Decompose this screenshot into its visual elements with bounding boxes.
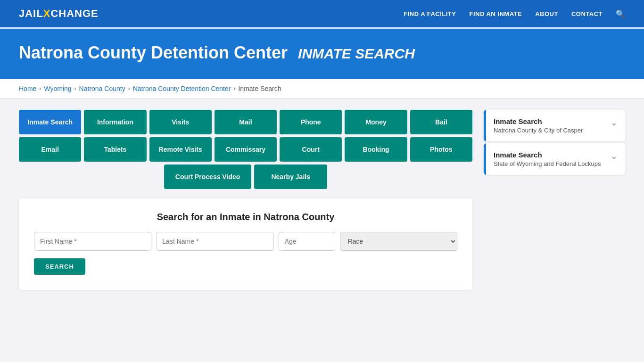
right-sidebar: Inmate Search Natrona County & City of C… (484, 110, 625, 177)
chevron-down-icon-2: ⌄ (611, 151, 618, 161)
tabs-row-3: Court Process Video Nearby Jails (19, 165, 472, 189)
sidebar-card-1-subtitle: Natrona County & City of Casper (494, 127, 583, 134)
tab-court-process-video[interactable]: Court Process Video (164, 165, 251, 189)
tab-money[interactable]: Money (345, 110, 407, 134)
tab-booking[interactable]: Booking (345, 137, 407, 162)
tabs-row-1: Inmate Search Information Visits Mail Ph… (19, 110, 472, 134)
tab-mail[interactable]: Mail (215, 110, 277, 134)
tab-email[interactable]: Email (19, 137, 81, 162)
search-button[interactable]: SEARCH (34, 258, 85, 275)
logo-jail: JAIL (19, 8, 43, 20)
main-content: Inmate Search Information Visits Mail Ph… (0, 99, 644, 301)
breadcrumb-sep-4: › (233, 85, 235, 92)
tab-photos[interactable]: Photos (410, 137, 472, 162)
tab-information[interactable]: Information (84, 110, 146, 134)
sidebar-card-1-header[interactable]: Inmate Search Natrona County & City of C… (484, 110, 625, 141)
last-name-input[interactable] (156, 232, 273, 251)
breadcrumb-current: Inmate Search (238, 85, 281, 92)
search-icon[interactable]: 🔍 (616, 9, 625, 18)
sidebar-card-2-subtitle: State of Wyoming and Federal Lockups (494, 160, 601, 167)
header: JAILXCHANGE FIND A FACILITY FIND AN INMA… (0, 0, 644, 27)
facility-name: Natrona County Detention Center (19, 43, 288, 62)
race-select[interactable]: Race White Black Hispanic Asian Other (340, 232, 457, 251)
left-column: Inmate Search Information Visits Mail Ph… (19, 110, 472, 290)
search-title: Search for an Inmate in Natrona County (34, 212, 457, 222)
breadcrumb-bar: Home › Wyoming › Natrona County › Natron… (0, 79, 644, 99)
chevron-down-icon-1: ⌄ (611, 117, 618, 128)
tabs-row-2: Email Tablets Remote Visits Commissary C… (19, 137, 472, 162)
nav-find-facility[interactable]: FIND A FACILITY (404, 10, 456, 17)
age-input[interactable] (279, 232, 335, 251)
breadcrumb-home[interactable]: Home (19, 85, 36, 92)
breadcrumb-sep-2: › (74, 85, 76, 92)
nav-contact[interactable]: CONTACT (571, 10, 603, 17)
logo-x: X (43, 8, 51, 20)
first-name-input[interactable] (34, 232, 151, 251)
breadcrumb-facility[interactable]: Natrona County Detention Center (133, 85, 231, 92)
breadcrumb-sep-3: › (128, 85, 130, 92)
logo[interactable]: JAILXCHANGE (19, 8, 99, 20)
logo-exchange: CHANGE (50, 8, 98, 20)
breadcrumb-wyoming[interactable]: Wyoming (44, 85, 71, 92)
search-fields: Race White Black Hispanic Asian Other (34, 232, 457, 251)
tab-visits[interactable]: Visits (149, 110, 212, 134)
search-card: Search for an Inmate in Natrona County R… (19, 198, 472, 290)
tab-inmate-search[interactable]: Inmate Search (19, 110, 81, 134)
tab-nearby-jails[interactable]: Nearby Jails (254, 165, 327, 189)
nav-about[interactable]: ABOUT (535, 10, 558, 17)
breadcrumb-sep-1: › (39, 85, 41, 92)
breadcrumb: Home › Wyoming › Natrona County › Natron… (19, 85, 625, 92)
hero-section: Natrona County Detention Center INMATE S… (0, 29, 644, 79)
tab-phone[interactable]: Phone (280, 110, 342, 134)
sidebar-card-1: Inmate Search Natrona County & City of C… (484, 110, 625, 141)
tab-commissary[interactable]: Commissary (215, 137, 277, 162)
sidebar-card-2: Inmate Search State of Wyoming and Feder… (484, 143, 625, 175)
page-subtitle: INMATE SEARCH (298, 46, 415, 61)
nav-find-inmate[interactable]: FIND AN INMATE (469, 10, 522, 17)
sidebar-card-2-title: Inmate Search (494, 151, 601, 159)
page-title: Natrona County Detention Center INMATE S… (19, 43, 625, 63)
tab-tablets[interactable]: Tablets (84, 137, 146, 162)
sidebar-card-1-title: Inmate Search (494, 117, 583, 125)
tab-court[interactable]: Court (280, 137, 342, 162)
sidebar-card-2-text: Inmate Search State of Wyoming and Feder… (494, 151, 601, 167)
sidebar-card-2-header[interactable]: Inmate Search State of Wyoming and Feder… (484, 143, 625, 175)
breadcrumb-county[interactable]: Natrona County (79, 85, 125, 92)
main-nav: FIND A FACILITY FIND AN INMATE ABOUT CON… (404, 9, 625, 18)
tab-remote-visits[interactable]: Remote Visits (149, 137, 212, 162)
tab-bail[interactable]: Bail (410, 110, 472, 134)
sidebar-card-1-text: Inmate Search Natrona County & City of C… (494, 117, 583, 134)
